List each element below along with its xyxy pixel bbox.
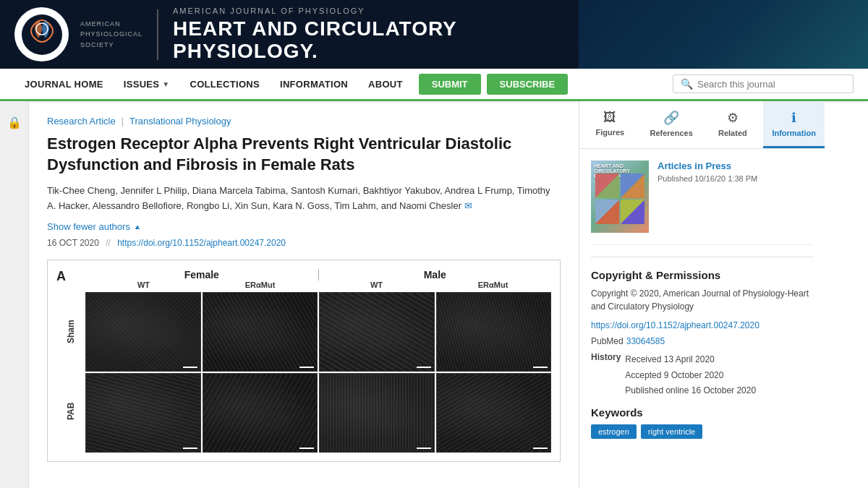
aps-logo (14, 7, 69, 61)
tab-figures[interactable]: 🖼 Figures (579, 101, 641, 148)
keyword-1[interactable]: estrogen (591, 424, 637, 439)
row-labels: Sham PAB (56, 292, 85, 453)
tab-related[interactable]: ⚙ Related (702, 101, 764, 148)
female-header: Female (85, 269, 319, 281)
figure-box: A Female Male WT ERαMut WT ERαMut (47, 260, 561, 462)
nav-journal-home[interactable]: JOURNAL HOME (14, 68, 114, 100)
content-area: 🔒 Research Article | Translational Physi… (0, 101, 868, 488)
img-pab-eraMut-female (203, 373, 318, 453)
img-pab-wt-female (85, 373, 201, 453)
information-icon: ℹ (791, 110, 796, 126)
journal-subtitle: American Journal of Physiology (173, 7, 457, 15)
right-content: HEART AND CIRCULATORY PHYSIOLOGY Article… (579, 149, 825, 450)
img-sham-wt-male (319, 292, 435, 372)
history-accepted: Accepted 9 October 2020 (625, 368, 756, 384)
nav-items: JOURNAL HOME ISSUES ▼ COLLECTIONS INFORM… (14, 68, 661, 100)
article-title: Estrogen Receptor Alpha Prevents Right V… (47, 134, 561, 175)
article-meta: 16 OCT 2020 // https://doi.org/10.1152/a… (47, 238, 561, 248)
doi-link[interactable]: https://doi.org/10.1152/ajpheart.00247.2… (591, 320, 813, 330)
show-fewer-arrow: ▲ (134, 223, 141, 231)
tab-information[interactable]: ℹ Information (763, 101, 825, 148)
male-header: Male (319, 269, 552, 281)
nav-collections[interactable]: COLLECTIONS (180, 68, 270, 100)
author-email-icon[interactable]: ✉ (464, 200, 472, 211)
figures-icon: 🖼 (603, 110, 616, 125)
copyright-title: Copyright & Permissions (591, 269, 813, 281)
figure-images-grid (85, 292, 551, 453)
nav-information[interactable]: INFORMATION (270, 68, 358, 100)
figure-letter: A (56, 269, 85, 284)
references-icon: 🔗 (663, 110, 679, 126)
right-tabs: 🖼 Figures 🔗 References ⚙ Related ℹ Infor… (579, 101, 825, 149)
article-type-link[interactable]: Research Article (47, 116, 116, 127)
submit-button[interactable]: SUBMIT (419, 74, 481, 95)
history-published: Published online 16 October 2020 (625, 383, 756, 399)
col-eraMut-female: ERαMut (202, 281, 318, 289)
articles-in-press-date: Published 10/16/20 1:38 PM (658, 174, 813, 183)
society-name: americanphysiologicalsociety (80, 19, 142, 50)
article-doi-link[interactable]: https://doi.org/10.1152/ajpheart.00247.2… (117, 238, 286, 248)
left-sidebar: 🔒 (0, 101, 29, 488)
keywords-tags: estrogen right ventricle (591, 424, 813, 439)
logo[interactable]: americanphysiologicalsociety (14, 7, 142, 61)
history-received: Received 13 April 2020 (625, 352, 756, 368)
figure-outer: A Female Male WT ERαMut WT ERαMut (56, 269, 551, 453)
col-eraMut-male: ERαMut (435, 281, 551, 289)
keywords-title: Keywords (591, 406, 813, 419)
row-pab: PAB (56, 372, 85, 451)
lock-icon: 🔒 (7, 116, 22, 129)
search-icon: 🔍 (681, 78, 693, 90)
pubmed-link[interactable]: 33064585 (626, 336, 665, 346)
col-wt-male: WT (318, 281, 435, 289)
col-wt-female: WT (85, 281, 202, 289)
img-sham-eraMut-male (436, 292, 552, 372)
header-divider (157, 9, 158, 60)
pubmed-row: PubMed 33064585 (591, 336, 813, 346)
img-pab-wt-male (319, 373, 435, 453)
nav-issues[interactable]: ISSUES ▼ (114, 68, 180, 100)
nav-about[interactable]: ABOUT (358, 68, 413, 100)
article-section-link[interactable]: Translational Physiology (129, 116, 231, 127)
articles-in-press-title[interactable]: Articles in Press (658, 160, 813, 171)
journal-title-block: American Journal of Physiology HEART AND… (173, 7, 457, 63)
main-article: Research Article | Translational Physiol… (29, 101, 579, 488)
search-input[interactable] (697, 79, 846, 90)
subscribe-button[interactable]: SUBSCRIBE (487, 74, 569, 95)
img-sham-wt-female (85, 292, 201, 372)
article-tags: Research Article | Translational Physiol… (47, 116, 561, 127)
search-box[interactable]: 🔍 (673, 74, 854, 93)
history-section: History Received 13 April 2020 Accepted … (591, 352, 813, 399)
site-header: americanphysiologicalsociety American Jo… (0, 0, 868, 69)
show-fewer-authors[interactable]: Show fewer authors ▲ (47, 221, 561, 232)
img-pab-eraMut-male (436, 373, 552, 453)
row-sham: Sham (56, 292, 85, 372)
issues-dropdown-arrow: ▼ (162, 80, 169, 88)
articles-in-press: HEART AND CIRCULATORY PHYSIOLOGY Article… (591, 160, 813, 245)
img-sham-eraMut-female (203, 292, 318, 372)
related-icon: ⚙ (727, 110, 739, 126)
journal-cover: HEART AND CIRCULATORY PHYSIOLOGY (591, 160, 649, 233)
authors: Tik-Chee Cheng, Jennifer L Philip, Diana… (47, 184, 561, 214)
nav-bar: JOURNAL HOME ISSUES ▼ COLLECTIONS INFORM… (0, 69, 868, 101)
journal-main-title: HEART AND CIRCULATORY PHYSIOLOGY. (173, 18, 457, 63)
tab-references[interactable]: 🔗 References (641, 101, 702, 148)
right-sidebar: 🖼 Figures 🔗 References ⚙ Related ℹ Infor… (579, 101, 825, 488)
copyright-text: Copyright © 2020, American Journal of Ph… (591, 287, 813, 313)
keyword-2[interactable]: right ventricle (641, 424, 702, 439)
